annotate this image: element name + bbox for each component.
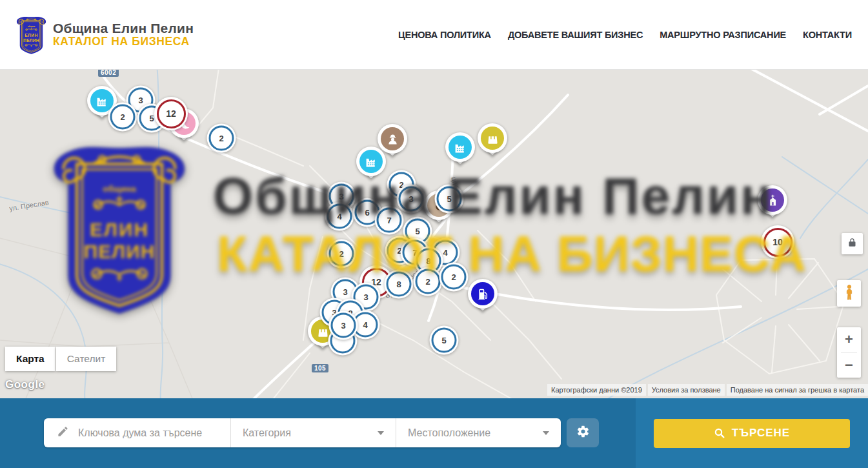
map-cluster-marker[interactable]: 4 (325, 202, 354, 231)
cluster-count: 3 (331, 313, 356, 338)
category-dropdown-label: Категория (243, 427, 291, 439)
cluster-count: 12 (157, 99, 186, 128)
map-attribution: Картографски данни ©2019 Условия за полз… (547, 384, 868, 396)
search-button-label: ТЪРСЕНЕ (732, 427, 790, 440)
factory-icon (449, 136, 472, 159)
search-bar: Категория Местоположение ТЪРСЕНЕ (0, 398, 868, 468)
pin-bubble (356, 147, 386, 176)
pin-bubble (478, 123, 507, 153)
main-nav: ЦЕНОВА ПОЛИТИКАДОБАВЕТЕ ВАШИЯТ БИЗНЕСМАР… (398, 30, 852, 40)
pencil-icon (57, 425, 69, 440)
chevron-down-icon (378, 431, 384, 435)
search-settings-button[interactable] (567, 418, 599, 447)
category-dropdown[interactable]: Категория (230, 418, 396, 447)
keyword-search-input[interactable] (77, 427, 208, 440)
search-icon (714, 427, 725, 439)
nav-item-3[interactable]: МАРШРУТНО РАЗПИСАНИЕ (660, 30, 786, 40)
header: Община Елин Пелин КАТАЛОГ НА БИЗНЕСА ЦЕН… (0, 0, 868, 70)
page: община ЕЛИН ПЕЛИН 6002105ул. Преславбул.… (0, 0, 868, 468)
cluster-count: 3 (399, 187, 424, 212)
cluster-count: 2 (441, 265, 467, 290)
zoom-control: + − (837, 327, 861, 378)
search-bar-left-panel: Категория Местоположение (0, 398, 636, 468)
map-lock-button[interactable] (842, 233, 863, 254)
map-cluster-marker[interactable]: 10 (761, 225, 794, 259)
cluster-count: 2 (209, 126, 234, 151)
map-cluster-marker[interactable]: 12 (154, 97, 188, 130)
cluster-count: 2 (416, 269, 441, 294)
cluster-count: 2 (110, 105, 136, 130)
lock-icon (847, 238, 857, 250)
location-dropdown-label: Местоположение (408, 427, 490, 439)
cluster-count: 4 (327, 204, 352, 229)
map-pin-church[interactable] (758, 185, 787, 215)
map-cluster-marker[interactable]: 2 (327, 239, 356, 269)
pin-bubble (445, 132, 475, 162)
nav-item-1[interactable]: ЦЕНОВА ПОЛИТИКА (398, 30, 491, 40)
pin-bubble (468, 279, 498, 309)
map-pin-factory[interactable] (445, 132, 475, 162)
map-cluster-marker[interactable]: 3 (397, 185, 426, 214)
map-pin-fuel[interactable] (468, 279, 498, 309)
map-pin-factory[interactable] (356, 147, 386, 176)
google-logo[interactable]: Google (5, 378, 45, 391)
map-cluster-marker[interactable]: 8 (385, 270, 414, 299)
cluster-count: 5 (432, 328, 457, 353)
nav-item-2[interactable]: ДОБАВЕТЕ ВАШИЯТ БИЗНЕС (508, 30, 643, 40)
map-pin-bag[interactable] (478, 123, 507, 153)
brand[interactable]: Община Елин Пелин КАТАЛОГ НА БИЗНЕСА (16, 15, 194, 54)
nav-item-4[interactable]: КОНТАКТИ (803, 30, 852, 40)
site-subtitle: КАТАЛОГ НА БИЗНЕСА (53, 36, 194, 48)
cluster-count: 7 (377, 208, 402, 233)
map-cluster-marker[interactable]: 2 (108, 103, 137, 132)
chevron-down-icon (543, 431, 549, 435)
map-type-map-button[interactable]: Карта (5, 347, 56, 371)
map-cluster-marker[interactable]: 2 (439, 263, 469, 292)
map-cluster-marker[interactable]: 5 (430, 326, 459, 355)
map-cluster-marker[interactable]: 2 (414, 267, 443, 296)
location-dropdown[interactable]: Местоположение (396, 418, 561, 447)
pin-bubble (758, 185, 787, 215)
map-cluster-marker[interactable]: 5 (435, 185, 464, 214)
municipality-crest-logo (16, 15, 46, 54)
cluster-count: 8 (387, 272, 412, 297)
pegman-icon (842, 284, 856, 303)
fuel-icon (471, 282, 494, 305)
search-pill: Категория Местоположение (44, 418, 561, 447)
gear-icon (576, 425, 590, 441)
attribution-report-link[interactable]: Подаване на сигнал за грешка в картата (727, 384, 868, 396)
map-type-control: Карта Сателит (5, 347, 116, 371)
cluster-count: 5 (437, 187, 462, 212)
search-button[interactable]: ТЪРСЕНЕ (654, 419, 850, 448)
zoom-out-button[interactable]: − (837, 353, 861, 378)
attribution-terms-link[interactable]: Условия за ползване (648, 384, 725, 396)
map-cluster-marker[interactable]: 3 (329, 311, 358, 340)
street-view-pegman-button[interactable] (837, 280, 861, 307)
cluster-count: 10 (763, 228, 792, 257)
factory-icon (359, 150, 383, 173)
cluster-count: 2 (329, 241, 354, 267)
map-cluster-marker[interactable]: 7 (375, 206, 404, 235)
church-icon (761, 188, 784, 212)
attribution-data-notice: Картографски данни ©2019 (547, 384, 646, 396)
bag-icon (481, 127, 504, 150)
map-type-satellite-button[interactable]: Сателит (56, 347, 116, 371)
map-cluster-marker[interactable]: 2 (207, 124, 236, 153)
zoom-in-button[interactable]: + (837, 327, 861, 352)
site-title: Община Елин Пелин (53, 21, 194, 36)
search-bar-right-panel: ТЪРСЕНЕ (636, 398, 868, 468)
keyword-section (44, 418, 230, 447)
